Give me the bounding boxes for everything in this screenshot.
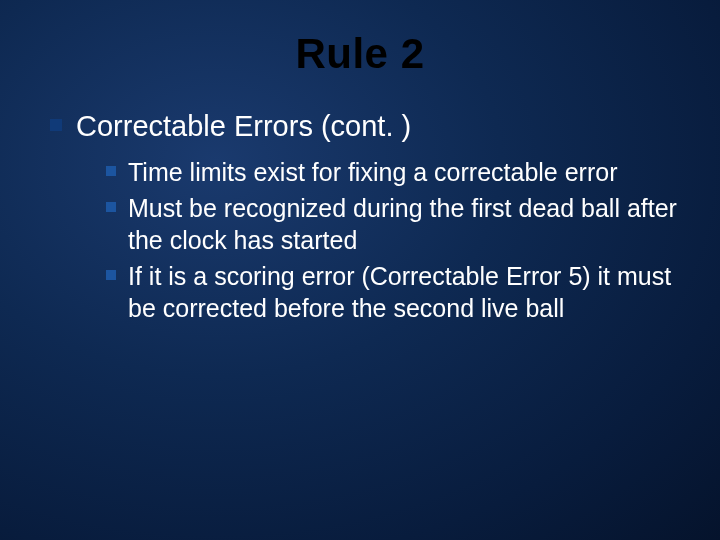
level2-text: Time limits exist for fixing a correctab…: [128, 156, 617, 188]
level2-text: Must be recognized during the first dead…: [128, 192, 680, 256]
list-item: Correctable Errors (cont. ): [50, 108, 680, 146]
level2-list: Time limits exist for fixing a correctab…: [106, 156, 680, 324]
square-bullet-icon: [106, 166, 116, 176]
square-bullet-icon: [106, 202, 116, 212]
list-item: Time limits exist for fixing a correctab…: [106, 156, 680, 188]
list-item: Must be recognized during the first dead…: [106, 192, 680, 256]
square-bullet-icon: [50, 119, 62, 131]
slide-title: Rule 2: [40, 30, 680, 78]
level2-text: If it is a scoring error (Correctable Er…: [128, 260, 680, 324]
list-item: If it is a scoring error (Correctable Er…: [106, 260, 680, 324]
square-bullet-icon: [106, 270, 116, 280]
level1-list: Correctable Errors (cont. ) Time limits …: [50, 108, 680, 324]
slide: Rule 2 Correctable Errors (cont. ) Time …: [0, 0, 720, 540]
level1-text: Correctable Errors (cont. ): [76, 108, 411, 146]
